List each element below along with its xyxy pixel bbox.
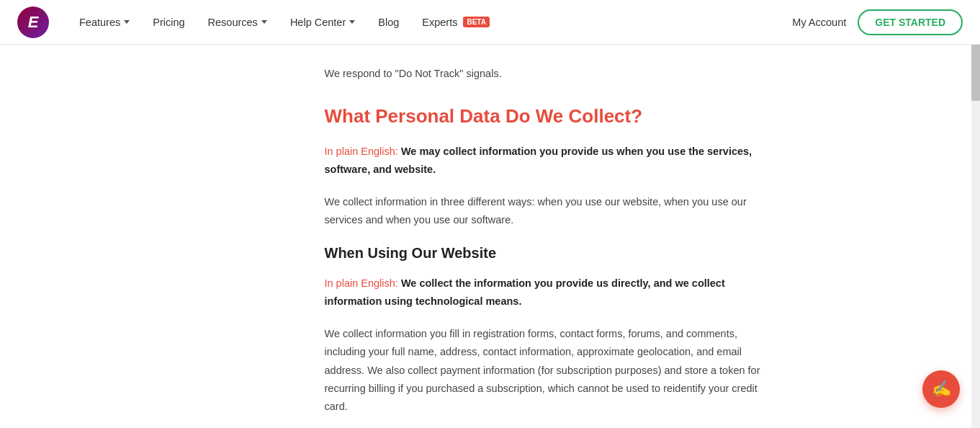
nav-right: My Account GET STARTED (792, 9, 963, 35)
intro-text: We respond to "Do Not Track" signals. (325, 59, 771, 83)
help-center-label: Help Center (290, 17, 346, 28)
subsection-heading: When Using Our Website (325, 245, 771, 262)
pricing-label: Pricing (153, 17, 184, 28)
resources-chevron-icon (261, 20, 267, 24)
nav-experts[interactable]: Experts BETA (412, 11, 500, 34)
features-chevron-icon (124, 20, 130, 24)
nav-features[interactable]: Features (69, 11, 140, 34)
nav-items: Features Pricing Resources Help Center B… (69, 11, 792, 34)
plain-english-block-2: In plain English: We collect the informa… (325, 275, 771, 310)
plain-english-label-1: In plain English: (325, 146, 398, 157)
chat-fab-button[interactable]: ✍ (922, 370, 960, 408)
my-account-link[interactable]: My Account (792, 17, 846, 28)
nav-pricing[interactable]: Pricing (143, 11, 194, 34)
nav-help-center[interactable]: Help Center (280, 11, 365, 34)
nav-blog[interactable]: Blog (368, 11, 409, 34)
logo[interactable]: E (17, 6, 49, 38)
beta-badge: BETA (463, 17, 489, 27)
blog-label: Blog (378, 17, 399, 28)
paragraph-2: We collect information you fill in regis… (325, 325, 771, 416)
get-started-button[interactable]: GET STARTED (858, 9, 963, 35)
paragraph-1: We collect information in three differen… (325, 193, 771, 230)
plain-english-block-1: In plain English: We may collect informa… (325, 143, 771, 178)
plain-english-label-2: In plain English: (325, 277, 398, 289)
experts-label: Experts (422, 17, 457, 28)
navbar: E Features Pricing Resources Help Center… (0, 0, 980, 45)
chat-icon: ✍ (932, 381, 951, 397)
resources-label: Resources (208, 17, 258, 28)
features-label: Features (79, 17, 120, 28)
logo-letter: E (28, 14, 39, 30)
nav-resources[interactable]: Resources (198, 11, 277, 34)
section1-heading: What Personal Data Do We Collect? (325, 104, 771, 129)
page-wrapper: We respond to "Do Not Track" signals. Wh… (0, 45, 980, 428)
content-area: We respond to "Do Not Track" signals. Wh… (181, 45, 800, 428)
help-center-chevron-icon (349, 20, 355, 24)
